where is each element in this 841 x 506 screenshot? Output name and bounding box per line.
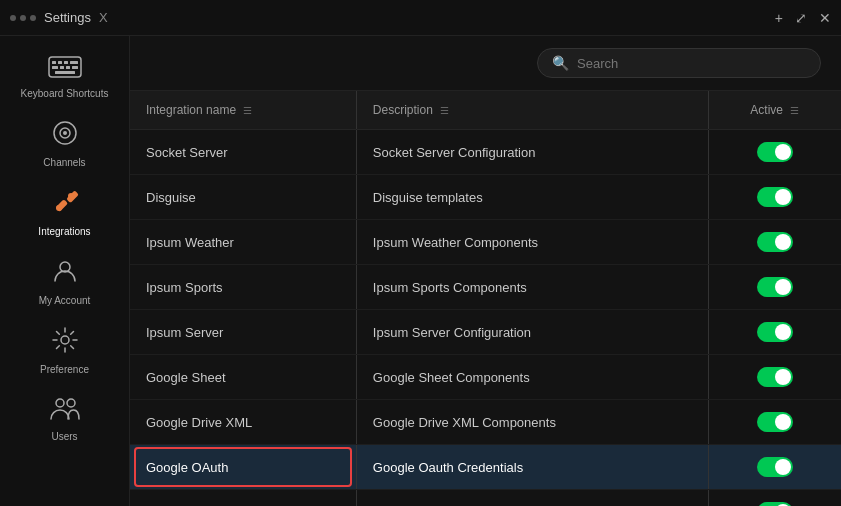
cell-active xyxy=(709,400,841,445)
toggle-6[interactable] xyxy=(757,412,793,432)
sidebar-item-my-account[interactable]: My Account xyxy=(0,247,129,316)
sidebar-label-users: Users xyxy=(51,431,77,442)
svg-point-16 xyxy=(68,193,74,199)
users-icon xyxy=(50,395,80,427)
toggle-slider-4 xyxy=(757,322,793,342)
search-bar-container: 🔍 xyxy=(130,36,841,91)
title-bar: Settings X + ⤢ ✕ xyxy=(0,0,841,36)
cell-name: Google Drive XML xyxy=(130,400,356,445)
svg-rect-1 xyxy=(52,61,56,64)
preference-icon xyxy=(51,326,79,360)
toggle-4[interactable] xyxy=(757,322,793,342)
toggle-8[interactable] xyxy=(757,502,793,506)
table-body: Socket Server Socket Server Configuratio… xyxy=(130,130,841,507)
integrations-table-container[interactable]: Integration name ☰ Description ☰ Active … xyxy=(130,91,841,506)
title-bar-left: Settings X xyxy=(10,10,108,25)
cell-active xyxy=(709,445,841,490)
account-icon xyxy=(51,257,79,291)
table-row[interactable]: Google OAuth Google Oauth Credentials xyxy=(130,445,841,490)
svg-point-12 xyxy=(63,131,67,135)
col-header-active: Active ☰ xyxy=(709,91,841,130)
svg-rect-4 xyxy=(70,61,78,64)
toggle-slider-3 xyxy=(757,277,793,297)
toggle-slider-2 xyxy=(757,232,793,252)
svg-rect-2 xyxy=(58,61,62,64)
svg-rect-8 xyxy=(72,66,78,69)
cell-name: Ipsum Weather xyxy=(130,220,356,265)
cell-name: Google OAuth xyxy=(130,445,356,490)
toggle-slider-0 xyxy=(757,142,793,162)
toggle-0[interactable] xyxy=(757,142,793,162)
toggle-slider-5 xyxy=(757,367,793,387)
table-row[interactable]: Ipsum Weather Ipsum Weather Components xyxy=(130,220,841,265)
sidebar-label-my-account: My Account xyxy=(39,295,91,306)
sidebar-item-keyboard-shortcuts[interactable]: Keyboard Shortcuts xyxy=(0,46,129,109)
cell-active xyxy=(709,220,841,265)
cell-name: Ipsum Sports xyxy=(130,265,356,310)
svg-rect-7 xyxy=(66,66,70,69)
cell-active xyxy=(709,265,841,310)
cell-description: Ipsum Server Configuration xyxy=(357,310,708,355)
sidebar-item-integrations[interactable]: Integrations xyxy=(0,178,129,247)
table-row[interactable]: Google Sheet Google Sheet Components xyxy=(130,355,841,400)
svg-point-15 xyxy=(56,205,62,211)
cell-active xyxy=(709,355,841,400)
sidebar-item-users[interactable]: Users xyxy=(0,385,129,452)
toggle-2[interactable] xyxy=(757,232,793,252)
cell-active xyxy=(709,130,841,175)
table-row[interactable]: Ipsum Sports Ipsum Sports Components xyxy=(130,265,841,310)
table-row[interactable]: Google Drive XML Google Drive XML Compon… xyxy=(130,400,841,445)
title-bar-close-tab[interactable]: X xyxy=(99,10,108,25)
search-icon: 🔍 xyxy=(552,55,569,71)
integrations-table: Integration name ☰ Description ☰ Active … xyxy=(130,91,841,506)
svg-point-18 xyxy=(61,336,69,344)
cell-active xyxy=(709,175,841,220)
toggle-3[interactable] xyxy=(757,277,793,297)
cell-active xyxy=(709,490,841,507)
svg-rect-3 xyxy=(64,61,68,64)
toggle-7[interactable] xyxy=(757,457,793,477)
integrations-icon xyxy=(51,188,79,222)
close-window-button[interactable]: ✕ xyxy=(819,10,831,26)
toggle-slider-1 xyxy=(757,187,793,207)
col-desc-menu[interactable]: ☰ xyxy=(440,105,449,116)
svg-point-19 xyxy=(56,399,64,407)
add-tab-button[interactable]: + xyxy=(775,10,783,26)
cell-description: Google Oauth Credentials xyxy=(357,445,708,490)
expand-button[interactable]: ⤢ xyxy=(795,10,807,26)
svg-point-20 xyxy=(67,399,75,407)
channels-icon xyxy=(51,119,79,153)
toggle-slider-8 xyxy=(757,502,793,506)
cell-description: Ipsum Weather Components xyxy=(357,220,708,265)
col-header-name: Integration name ☰ xyxy=(130,91,356,130)
table-row[interactable]: Socket Server Socket Server Configuratio… xyxy=(130,130,841,175)
cell-description: Disguise templates xyxy=(357,175,708,220)
cell-name: Ipsum Server xyxy=(130,310,356,355)
svg-rect-6 xyxy=(60,66,64,69)
table-row[interactable]: Scheduler Porta Scheduler Widget xyxy=(130,490,841,507)
table-header-row: Integration name ☰ Description ☰ Active … xyxy=(130,91,841,130)
cell-description: Porta Scheduler Widget xyxy=(357,490,708,507)
toggle-slider-7 xyxy=(757,457,793,477)
table-row[interactable]: Disguise Disguise templates xyxy=(130,175,841,220)
sidebar: Keyboard Shortcuts Channels xyxy=(0,36,130,506)
toggle-slider-6 xyxy=(757,412,793,432)
title-bar-dots xyxy=(10,15,36,21)
col-header-description: Description ☰ xyxy=(357,91,708,130)
col-name-menu[interactable]: ☰ xyxy=(243,105,252,116)
cell-description: Ipsum Sports Components xyxy=(357,265,708,310)
col-active-menu[interactable]: ☰ xyxy=(790,105,799,116)
svg-rect-5 xyxy=(52,66,58,69)
table-row[interactable]: Ipsum Server Ipsum Server Configuration xyxy=(130,310,841,355)
cell-name: Google Sheet xyxy=(130,355,356,400)
dot-3 xyxy=(30,15,36,21)
toggle-5[interactable] xyxy=(757,367,793,387)
search-input[interactable] xyxy=(577,56,806,71)
window-title: Settings xyxy=(44,10,91,25)
cell-active xyxy=(709,310,841,355)
svg-rect-9 xyxy=(55,71,75,74)
sidebar-item-preference[interactable]: Preference xyxy=(0,316,129,385)
sidebar-item-channels[interactable]: Channels xyxy=(0,109,129,178)
search-bar[interactable]: 🔍 xyxy=(537,48,821,78)
toggle-1[interactable] xyxy=(757,187,793,207)
